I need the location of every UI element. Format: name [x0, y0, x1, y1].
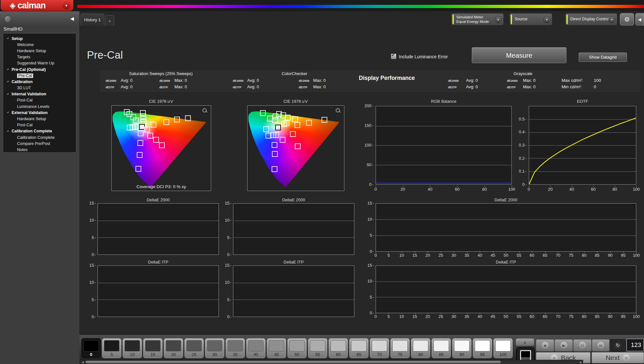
- sidebar-item-compare-pre-post[interactable]: Compare Pre/Post: [3, 140, 76, 147]
- sidebar-item-pre-cal[interactable]: Pre-Cal: [3, 72, 76, 79]
- sidebar-item-post-cal[interactable]: Post-Cal: [3, 122, 76, 128]
- sidebar-item-3d-lut[interactable]: 3D LUT: [3, 85, 76, 91]
- sidebar-item-calibration[interactable]: ◢Calibration: [3, 79, 76, 85]
- show-datagrid-button[interactable]: Show Datagrid: [579, 53, 627, 62]
- patch-level-button-25[interactable]: 25: [184, 338, 204, 358]
- sidebar-item-internal-validation[interactable]: ◢Internal Validation: [3, 91, 76, 97]
- patch-level-button-40[interactable]: 40: [246, 338, 266, 358]
- stat-metric-value: Avg: 0: [466, 78, 507, 83]
- patch-level-button-5[interactable]: 5: [102, 338, 121, 358]
- de2000-saturation-chart[interactable]: [98, 203, 219, 255]
- sidebar-item-hardware-setup[interactable]: Hardware Setup: [3, 48, 76, 54]
- logo-menu-caret-icon[interactable]: ▼: [62, 2, 70, 9]
- settings-gear-button[interactable]: ⚙: [620, 13, 634, 25]
- patch-level-button-85[interactable]: 85: [432, 338, 451, 358]
- sidebar-item-luminance-levels[interactable]: Luminance Levels: [3, 103, 76, 110]
- chevron-down-icon[interactable]: ▼: [495, 16, 502, 23]
- workflow-sidebar: ◀ SmallHD ◢SetupWelcomeHardware SetupTar…: [0, 11, 80, 364]
- deitp-grayscale-chart[interactable]: [376, 265, 636, 313]
- patch-level-button-20[interactable]: 20: [164, 338, 183, 358]
- patch-level-button-0[interactable]: 0: [81, 338, 101, 358]
- sidebar-item-label: External Validation: [12, 110, 48, 115]
- rgb-balance-chart[interactable]: [376, 106, 512, 185]
- stop-button[interactable]: ■: [536, 339, 554, 351]
- patch-scrollbar[interactable]: ◀ ▶: [80, 360, 583, 364]
- stat-row: dEITPAvg: 0dEITPMax: 0: [448, 84, 560, 91]
- patch-level-button-15[interactable]: 15: [143, 338, 163, 358]
- panel-collapse-button[interactable]: ◀: [635, 13, 644, 25]
- zoom-magnifier-icon[interactable]: [336, 108, 341, 113]
- chevron-down-icon[interactable]: ▼: [543, 16, 550, 23]
- sidebar-item-targets[interactable]: Targets: [3, 54, 76, 60]
- eotf-chart[interactable]: [529, 106, 636, 185]
- patch-level-button-100[interactable]: 100: [493, 338, 513, 358]
- axis-tick-label: 5: [387, 253, 390, 258]
- sidebar-item-suggested-warm-up[interactable]: Suggested Warm Up: [3, 60, 76, 66]
- patch-level-button-55[interactable]: 55: [308, 338, 327, 358]
- sidebar-item-pre-cal-optional[interactable]: ◢Pre-Cal (Optional): [3, 66, 76, 72]
- cie2-chart[interactable]: [247, 105, 344, 191]
- patch-swatch: [104, 340, 119, 351]
- patch-level-button-80[interactable]: 80: [411, 338, 430, 358]
- step-range-button[interactable]: [-]: [573, 339, 592, 351]
- sidebar-item-external-validation[interactable]: ◢External Validation: [3, 110, 76, 116]
- sidebar-item-label: Calibration Complete: [12, 129, 52, 133]
- patch-level-button-90[interactable]: 90: [452, 338, 471, 358]
- patch-size-up-button[interactable]: ▲: [516, 338, 534, 346]
- stat-row: dE2000Avg: 0dE2000Max: 0: [106, 78, 213, 84]
- deitp-saturation-chart[interactable]: [98, 265, 219, 317]
- source-dropdown[interactable]: Source ▼: [509, 13, 552, 25]
- scroll-right-icon[interactable]: ▶: [579, 360, 583, 364]
- patch-level-button-70[interactable]: 70: [370, 338, 389, 358]
- patch-level-button-95[interactable]: 95: [473, 338, 492, 358]
- sidebar-item-calibration-complete[interactable]: ◢Calibration Complete: [3, 128, 76, 134]
- patch-level-button-30[interactable]: 30: [205, 338, 224, 358]
- cie-marker: [272, 117, 278, 123]
- meter-status-orb[interactable]: [4, 15, 12, 23]
- sidebar-collapse-icon[interactable]: ◀: [69, 15, 75, 23]
- chevron-down-icon[interactable]: ▼: [608, 16, 615, 23]
- tab-add-button[interactable]: +: [105, 15, 114, 26]
- zoom-magnifier-icon[interactable]: [202, 108, 208, 113]
- sidebar-item-setup[interactable]: ◢Setup: [3, 35, 76, 42]
- meter-dropdown[interactable]: Simulated Meter Equal Energy Mode ▼: [451, 13, 504, 25]
- axis-tick-label: 0.5: [519, 117, 525, 121]
- next-button[interactable]: Next »: [592, 352, 644, 363]
- axis-tick-label: 100: [633, 314, 640, 319]
- sidebar-item-calibration-complete[interactable]: Calibration Complete: [3, 134, 76, 140]
- sidebar-item-welcome[interactable]: Welcome: [3, 42, 76, 48]
- source-dropdown-label: Source: [515, 17, 527, 21]
- patch-level-button-75[interactable]: 75: [390, 338, 410, 358]
- patch-level-button-35[interactable]: 35: [226, 338, 245, 358]
- patch-swatch: [186, 340, 202, 351]
- play-button[interactable]: ▶: [555, 339, 573, 351]
- scrollbar-thumb[interactable]: [86, 361, 501, 363]
- tab-history-1[interactable]: History 1: [80, 14, 104, 26]
- sidebar-item-hardware-setup[interactable]: Hardware Setup: [3, 116, 76, 122]
- measure-button[interactable]: Measure: [472, 47, 566, 63]
- axis-tick-label: 60: [455, 187, 460, 192]
- include-luminance-checkbox[interactable]: ✔: [391, 53, 397, 59]
- patch-level-button-65[interactable]: 65: [349, 338, 369, 358]
- de2000-wide-yaxis: 151050: [364, 203, 374, 252]
- patch-level-button-60[interactable]: 60: [329, 338, 348, 358]
- axis-tick-label: 5: [370, 295, 372, 300]
- rgb-balance-title: RGB Balance: [376, 99, 512, 104]
- display-control-dropdown[interactable]: Direct Display Control ▼: [565, 13, 617, 25]
- scroll-left-icon[interactable]: ◀: [80, 360, 85, 364]
- calman-logo-menu[interactable]: ◈ calman ▼: [1, 0, 73, 11]
- refresh-button[interactable]: ↻: [610, 339, 626, 351]
- patch-swatch: [495, 340, 511, 351]
- patch-level-button-45[interactable]: 45: [267, 338, 286, 358]
- axis-tick-label: 85: [595, 314, 599, 319]
- patch-level-button-10[interactable]: 10: [123, 338, 142, 358]
- patch-level-button-50[interactable]: 50: [287, 338, 307, 358]
- sidebar-item-notes[interactable]: Notes: [3, 147, 76, 153]
- cie1-chart[interactable]: Coverage DCI P3: 0 % xy: [111, 105, 211, 191]
- de2000-colorchecker-chart[interactable]: [233, 203, 354, 255]
- sidebar-item-post-cal[interactable]: Post-Cal: [3, 97, 76, 103]
- de2000-grayscale-chart[interactable]: [376, 203, 636, 252]
- deitp-colorchecker-chart[interactable]: [233, 265, 354, 317]
- loop-button[interactable]: ∞: [592, 339, 610, 351]
- axis-tick-label: 60: [591, 187, 595, 192]
